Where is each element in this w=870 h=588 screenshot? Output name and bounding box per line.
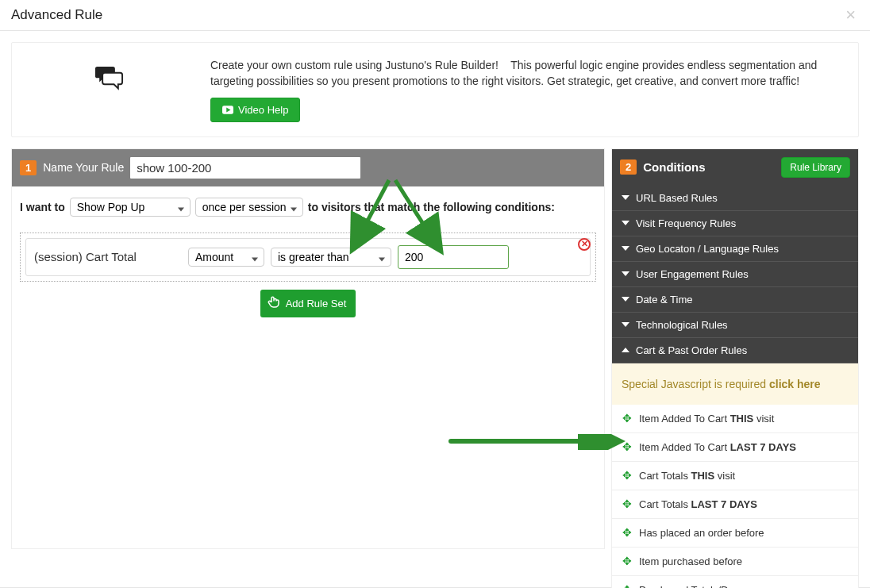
rule-item-label: Item Added To Cart LAST 7 DAYS [639,441,796,453]
chevron-down-icon [622,322,629,327]
rule-body: I want to Show Pop Up once per session t… [12,186,604,325]
conditions-title: Conditions [643,160,705,174]
rule-category-label: Visit Frequency Rules [636,217,736,229]
notice-link[interactable]: click here [769,378,821,390]
move-icon: ✥ [622,555,633,567]
move-icon: ✥ [622,584,633,588]
condition-field-select[interactable]: Amount [188,248,264,267]
rule-category[interactable]: Geo Locaton / Language Rules [612,236,858,262]
rule-name-input[interactable] [130,157,360,179]
rule-sentence: I want to Show Pop Up once per session t… [20,198,596,217]
condition-row: (session) Cart Total Amount is greater t… [25,238,591,276]
modal-header: Advanced Rule × [0,0,870,31]
rule-category[interactable]: Technological Rules [612,313,858,338]
action-select[interactable]: Show Pop Up [70,198,191,217]
remove-condition-icon[interactable]: ✕ [578,238,591,251]
rule-item-label: Item purchased before [639,555,742,567]
condition-label: (session) Cart Total [34,250,182,263]
chevron-down-icon [622,271,629,276]
draggable-rule-item[interactable]: ✥Cart Totals LAST 7 DAYS [612,490,858,519]
intro-panel: Create your own custom rule using Justun… [11,42,859,137]
rule-category-label: Cart & Past Order Rules [636,344,747,356]
add-rule-set-button[interactable]: Add Rule Set [260,290,356,317]
move-icon: ✥ [622,498,633,509]
draggable-rule-item[interactable]: ✥Item Added To Cart THIS visit [612,405,858,433]
sentence-suffix: to visitors that match the following con… [308,201,555,213]
sentence-prefix: I want to [20,201,65,213]
move-icon: ✥ [622,413,633,424]
draggable-rule-item[interactable]: ✥Item purchased before [612,548,858,576]
rule-category[interactable]: URL Based Rules [612,186,858,211]
chevron-up-icon [622,348,629,352]
rule-category-label: User Engagement Rules [636,268,749,280]
js-required-notice: Special Javascript is required click her… [612,363,858,405]
draggable-rule-item[interactable]: ✥Purchased Totals/Days [612,576,858,588]
cart-rules-list: ✥Item Added To Cart THIS visit✥Item Adde… [612,405,858,588]
chevron-down-icon [622,195,629,200]
notice-text: Special Javascript is required [622,378,769,390]
move-icon: ✥ [622,441,633,452]
rule-item-label: Item Added To Cart THIS visit [639,413,774,425]
rule-category-label: Technological Rules [636,319,728,331]
add-rule-set-label: Add Rule Set [286,298,347,309]
intro-description: Create your own custom rule using Justun… [210,59,817,87]
modal-content: Create your own custom rule using Justun… [0,31,870,588]
intro-text-block: Create your own custom rule using Justun… [210,57,841,122]
condition-operator-select[interactable]: is greater than [271,248,391,267]
chevron-down-icon [622,221,629,225]
rule-category-label: URL Based Rules [636,192,718,204]
draggable-rule-item[interactable]: ✥Has placed an order before [612,519,858,548]
close-icon[interactable]: × [842,6,859,24]
main-row: 1 Name Your Rule I want to Show Pop Up [11,148,859,588]
rule-category[interactable]: Visit Frequency Rules [612,211,858,236]
conditions-panel: 2 Conditions Rule Library URL Based Rule… [611,148,859,588]
frequency-select[interactable]: once per session [195,198,303,217]
condition-value-input[interactable] [398,245,509,269]
step-1-badge: 1 [20,160,37,175]
rule-builder-panel: 1 Name Your Rule I want to Show Pop Up [11,148,605,549]
chat-bubbles-icon [29,57,188,94]
rule-category[interactable]: Date & Time [612,287,858,313]
chevron-down-icon [622,297,629,302]
rule-category[interactable]: User Engagement Rules [612,262,858,287]
modal-title: Advanced Rule [11,7,102,23]
rule-item-label: Purchased Totals/Days [639,584,745,588]
draggable-rule-item[interactable]: ✥Item Added To Cart LAST 7 DAYS [612,433,858,462]
chevron-down-icon [622,246,629,251]
rule-category-label: Geo Locaton / Language Rules [636,243,779,255]
rule-categories: URL Based RulesVisit Frequency RulesGeo … [612,186,858,588]
video-help-button[interactable]: Video Help [210,98,300,122]
move-icon: ✥ [622,527,633,538]
youtube-icon [222,106,233,114]
condition-set: (session) Cart Total Amount is greater t… [20,233,596,282]
rule-category[interactable]: Cart & Past Order Rules [612,338,858,363]
video-help-label: Video Help [238,104,288,116]
rule-item-label: Cart Totals LAST 7 DAYS [639,498,757,510]
rule-category-label: Date & Time [636,294,693,306]
advanced-rule-modal: Advanced Rule × Create your own custom r… [0,0,870,588]
name-rule-bar: 1 Name Your Rule [12,149,604,186]
hand-pointer-icon [267,295,281,312]
rule-library-button[interactable]: Rule Library [781,157,850,178]
draggable-rule-item[interactable]: ✥Cart Totals THIS visit [612,462,858,490]
rule-item-label: Has placed an order before [639,527,764,539]
rule-item-label: Cart Totals THIS visit [639,470,735,482]
conditions-header: 2 Conditions Rule Library [612,149,858,186]
step-2-badge: 2 [620,159,637,175]
move-icon: ✥ [622,470,633,481]
name-rule-label: Name Your Rule [43,161,124,174]
